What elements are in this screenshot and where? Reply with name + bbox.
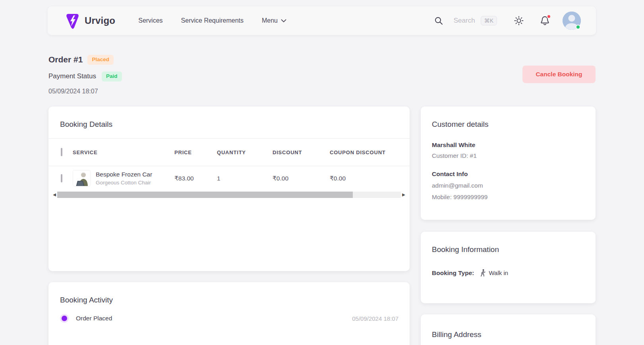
billing-address-card: Billing Address [421,314,596,345]
booking-type-label: Booking Type: [432,269,474,277]
customer-id: Customer ID: #1 [432,152,584,159]
col-header-price: PRICE [174,149,217,155]
order-title: Order #1 [48,55,83,64]
walk-in-person-icon [480,269,486,277]
booking-type-value: Walk in [489,269,509,276]
sun-icon [514,16,524,26]
col-header-coupon-discount: COUPON DISCOUNT [330,149,410,155]
service-variant: Gorgeous Cotton Chair [96,179,152,187]
row-checkbox[interactable] [61,174,62,182]
scroll-right-arrow[interactable]: ▶ [401,191,406,198]
table-row[interactable]: Bespoke Frozen Car Gorgeous Cotton Chair… [48,166,410,191]
billing-address-title: Billing Address [432,330,584,339]
service-thumbnail-image [73,170,91,186]
col-header-quantity: QUANTITY [217,149,273,155]
table-header-row: SERVICE PRICE QUANTITY DISCOUNT COUPON D… [48,139,410,166]
brand-name: Urvigo [85,15,115,26]
nav-item-menu-label: Menu [262,17,278,24]
order-status-badge: Placed [87,55,114,65]
horizontal-scrollbar: ◀ ▶ [52,191,406,198]
timeline-event-timestamp: 05/09/2024 18:07 [352,315,398,322]
payment-status-label: Payment Status [48,72,96,80]
top-navbar: Urvigo Services Service Requirements Men… [48,6,596,35]
timeline-event: Order Placed 05/09/2024 18:07 [48,315,410,322]
cancel-booking-button[interactable]: Cancle Booking [522,66,596,83]
brand-home-link[interactable]: Urvigo [65,13,115,29]
online-status-dot [576,25,580,29]
cell-coupon-discount: ₹0.00 [330,175,410,182]
scroll-left-arrow[interactable]: ◀ [52,191,57,198]
booking-details-title: Booking Details [60,120,398,129]
notification-badge-dot [547,14,551,19]
global-search[interactable]: Search ⌘K [434,16,497,26]
chevron-down-icon [281,19,286,23]
col-header-service: SERVICE [73,149,174,155]
customer-mobile: Mobile: 9999999999 [432,194,584,201]
customer-email: admin@gmail.com [432,182,584,189]
booking-activity-card: Booking Activity Order Placed 05/09/2024… [48,282,410,345]
order-datetime: 05/09/2024 18:07 [48,88,122,95]
cell-discount: ₹0.00 [273,175,330,182]
main-nav: Services Service Requirements Menu [138,17,286,24]
booking-activity-title: Booking Activity [60,296,398,304]
cell-price: ₹83.00 [174,175,217,182]
scrollbar-thumb[interactable] [57,192,353,198]
booking-information-title: Booking Information [432,245,584,254]
contact-info-heading: Contact Info [432,171,584,178]
nav-item-service-requirements[interactable]: Service Requirements [181,17,244,24]
timeline-dot-icon [62,316,67,321]
select-all-checkbox[interactable] [61,148,62,156]
order-header: Order #1 Placed Payment Status Paid 05/0… [48,55,122,95]
service-name: Bespoke Frozen Car [96,170,152,179]
urvigo-logo-icon [65,13,80,29]
payment-status-badge: Paid [102,72,122,81]
search-icon [434,16,443,25]
nav-item-menu[interactable]: Menu [262,17,286,24]
user-menu[interactable] [563,12,581,30]
scrollbar-track[interactable] [57,192,401,198]
timeline-event-label: Order Placed [76,315,112,322]
nav-item-services[interactable]: Services [138,17,162,24]
cell-quantity: 1 [217,175,273,182]
theme-toggle-button[interactable] [514,16,524,26]
customer-details-title: Customer details [432,120,584,129]
booking-details-card: Booking Details SERVICE PRICE QUANTITY D… [48,107,410,271]
search-placeholder-text: Search [454,17,475,25]
col-header-discount: DISCOUNT [273,149,330,155]
customer-name: Marshall White [432,141,584,149]
search-shortcut-badge: ⌘K [481,16,497,26]
customer-details-card: Customer details Marshall White Customer… [421,107,596,220]
booking-information-card: Booking Information Booking Type: Walk i… [421,232,596,303]
notifications-button[interactable] [540,16,550,26]
